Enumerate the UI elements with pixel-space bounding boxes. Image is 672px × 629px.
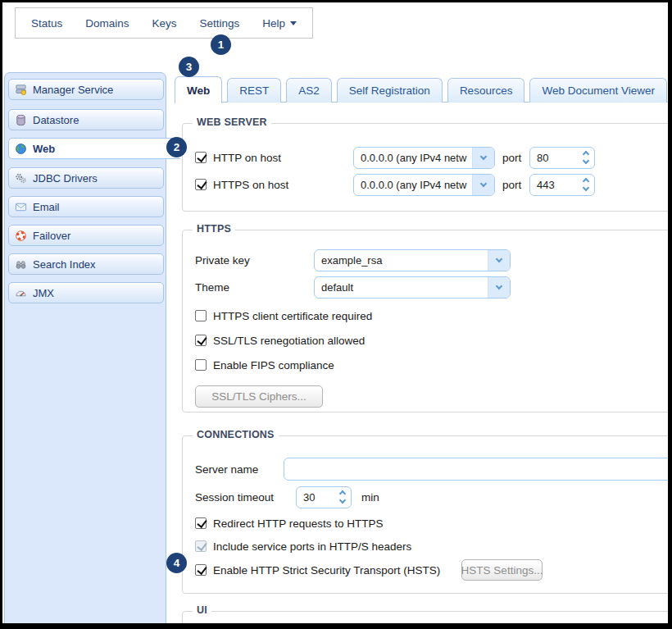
menu-item-domains[interactable]: Domains bbox=[85, 17, 129, 30]
server-name-label: Server name bbox=[195, 463, 258, 476]
callout-badge-2: 2 bbox=[166, 137, 187, 157]
sidebar-item-web[interactable]: Web bbox=[8, 138, 180, 159]
session-timeout-value: 30 bbox=[297, 487, 334, 508]
binoculars-icon bbox=[15, 258, 27, 271]
sidebar-item-email[interactable]: Email bbox=[8, 196, 164, 217]
ssl-renegotiation-label: SSL/TLS renegotiation allowed bbox=[213, 335, 365, 347]
tab-resources[interactable]: Resources bbox=[447, 78, 525, 103]
sidebar-item-label: Datastore bbox=[33, 114, 79, 126]
http-port-spinner[interactable]: 80 bbox=[529, 147, 595, 169]
menu-item-keys[interactable]: Keys bbox=[152, 17, 177, 30]
hsts-label: Enable HTTP Strict Security Transport (H… bbox=[213, 564, 440, 577]
https-port-spinner[interactable]: 443 bbox=[529, 174, 595, 196]
chevron-down-icon bbox=[488, 250, 510, 271]
menu-item-status[interactable]: Status bbox=[31, 17, 62, 30]
menu-item-help[interactable]: Help bbox=[262, 17, 297, 30]
connections-section: CONNECTIONS Server name Session timeout … bbox=[182, 435, 672, 594]
callout-badge-1: 1 bbox=[211, 34, 231, 55]
sidebar-item-datastore[interactable]: Datastore bbox=[8, 109, 164, 130]
tab-as2[interactable]: AS2 bbox=[286, 78, 332, 103]
database-icon bbox=[15, 114, 27, 126]
sidebar-item-label: Web bbox=[33, 143, 55, 155]
callout-badge-4: 4 bbox=[166, 553, 187, 573]
sidebar-item-search-index[interactable]: Search Index bbox=[8, 253, 164, 275]
https-section: HTTPS Private key example_rsa Theme defa… bbox=[182, 230, 672, 412]
theme-row: Theme default bbox=[195, 276, 669, 299]
https-on-host-checkbox[interactable] bbox=[195, 179, 207, 190]
https-port-value: 443 bbox=[530, 175, 578, 195]
http-port-value: 80 bbox=[530, 148, 578, 168]
sidebar-item-label: Failover bbox=[33, 230, 70, 242]
menu-item-settings[interactable]: Settings bbox=[199, 17, 239, 30]
redirect-https-row: Redirect HTTP requests to HTTPS bbox=[195, 517, 384, 530]
http-on-host-checkbox[interactable] bbox=[195, 152, 207, 163]
ui-section: UI bbox=[182, 611, 672, 629]
spinner-arrows-icon[interactable] bbox=[334, 487, 351, 508]
sidebar-item-jdbc-drivers[interactable]: JDBC Drivers bbox=[8, 167, 164, 189]
client-cert-checkbox[interactable] bbox=[195, 310, 207, 321]
settings-sidebar: Manager Service Datastore Web JDBC Drive… bbox=[4, 72, 166, 625]
web-server-legend: WEB SERVER bbox=[193, 116, 271, 128]
include-ports-checkbox bbox=[195, 540, 207, 552]
hsts-checkbox[interactable] bbox=[195, 564, 207, 576]
session-timeout-label: Session timeout bbox=[195, 491, 274, 504]
private-key-row: Private key example_rsa bbox=[195, 248, 669, 271]
https-host-value: 0.0.0.0 (any IPv4 netw bbox=[354, 175, 472, 195]
ui-legend: UI bbox=[193, 604, 211, 616]
http-on-host-row: HTTP on host 0.0.0.0 (any IPv4 netw port… bbox=[195, 146, 669, 169]
sidebar-item-label: Search Index bbox=[33, 258, 96, 271]
sidebar-item-label: JMX bbox=[33, 287, 54, 299]
tab-web-document-viewer[interactable]: Web Document Viewer bbox=[529, 78, 667, 103]
spinner-arrows-icon[interactable] bbox=[578, 175, 594, 195]
chevron-down-icon bbox=[290, 21, 297, 25]
http-host-dropdown[interactable]: 0.0.0.0 (any IPv4 netw bbox=[353, 147, 495, 169]
https-port-label: port bbox=[502, 179, 521, 191]
http-port-label: port bbox=[502, 152, 521, 164]
ssl-renegotiation-checkbox[interactable] bbox=[195, 335, 207, 346]
top-menu-bar: Status Domains Keys Settings Help bbox=[15, 7, 313, 39]
tab-self-registration[interactable]: Self Registration bbox=[337, 78, 443, 103]
theme-value: default bbox=[315, 277, 488, 298]
tab-web[interactable]: Web bbox=[175, 76, 222, 103]
callout-badge-3: 3 bbox=[179, 57, 199, 77]
client-cert-label: HTTPS client certificate required bbox=[213, 310, 372, 322]
session-timeout-unit: min bbox=[361, 491, 379, 504]
fips-row: Enable FIPS compliance bbox=[195, 358, 334, 371]
http-host-value: 0.0.0.0 (any IPv4 netw bbox=[354, 148, 472, 168]
client-cert-row: HTTPS client certificate required bbox=[195, 309, 372, 322]
sidebar-item-jmx[interactable]: JMX bbox=[8, 282, 164, 303]
https-host-dropdown[interactable]: 0.0.0.0 (any IPv4 netw bbox=[353, 174, 495, 196]
ssl-renegotiation-row: SSL/TLS renegotiation allowed bbox=[195, 334, 365, 347]
fips-checkbox[interactable] bbox=[195, 359, 207, 371]
gauge-icon bbox=[15, 287, 27, 299]
private-key-value: example_rsa bbox=[315, 250, 488, 271]
redirect-https-checkbox[interactable] bbox=[195, 517, 207, 529]
tab-rest[interactable]: REST bbox=[227, 78, 281, 103]
spinner-arrows-icon[interactable] bbox=[578, 148, 594, 168]
sidebar-item-manager-service[interactable]: Manager Service bbox=[8, 79, 164, 100]
private-key-dropdown[interactable]: example_rsa bbox=[314, 249, 511, 271]
web-server-section: WEB SERVER HTTP on host 0.0.0.0 (any IPv… bbox=[182, 123, 672, 212]
include-ports-row: Include service ports in HTTP/S headers bbox=[195, 540, 411, 553]
sidebar-item-label: Email bbox=[33, 201, 60, 213]
connections-legend: CONNECTIONS bbox=[193, 429, 279, 440]
theme-dropdown[interactable]: default bbox=[314, 276, 511, 299]
https-on-host-label: HTTPS on host bbox=[213, 179, 288, 191]
envelope-icon bbox=[15, 201, 27, 213]
chevron-down-icon bbox=[472, 175, 494, 195]
menu-item-help-label: Help bbox=[262, 17, 285, 30]
redirect-https-label: Redirect HTTP requests to HTTPS bbox=[213, 517, 384, 530]
sidebar-item-label: Manager Service bbox=[33, 84, 113, 96]
hsts-settings-button[interactable]: HSTS Settings... bbox=[461, 559, 543, 581]
lifebuoy-icon bbox=[15, 230, 27, 242]
private-key-label: Private key bbox=[195, 254, 250, 267]
ssl-tls-ciphers-button[interactable]: SSL/TLS Ciphers... bbox=[195, 385, 323, 408]
session-timeout-spinner[interactable]: 30 bbox=[296, 486, 352, 508]
settings-window: Status Domains Keys Settings Help 1 2 3 … bbox=[0, 0, 672, 629]
fips-label: Enable FIPS compliance bbox=[213, 359, 334, 371]
sidebar-item-failover[interactable]: Failover bbox=[8, 225, 164, 246]
tabstrip: Web REST AS2 Self Registration Resources… bbox=[175, 75, 672, 103]
server-name-input[interactable] bbox=[284, 458, 672, 481]
include-ports-label: Include service ports in HTTP/S headers bbox=[213, 540, 411, 553]
chevron-down-icon bbox=[488, 277, 510, 298]
